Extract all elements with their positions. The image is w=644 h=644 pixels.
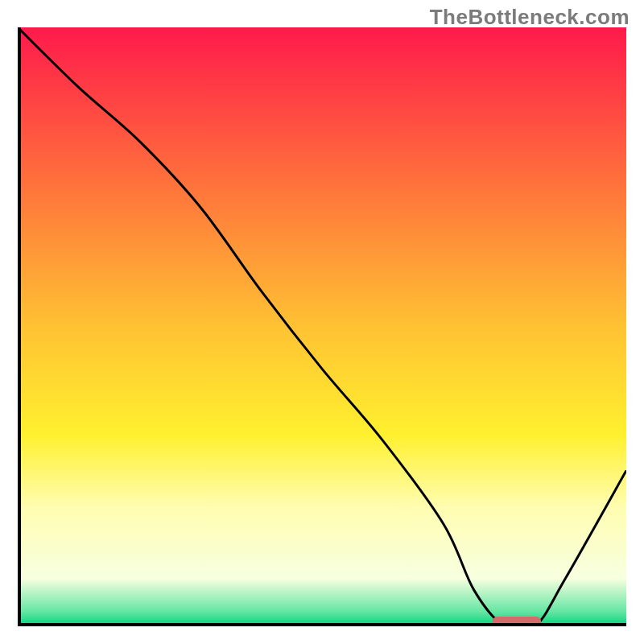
watermark-text: TheBottleneck.com xyxy=(430,5,630,30)
chart-container: TheBottleneck.com xyxy=(0,0,644,644)
axes-frame xyxy=(18,27,626,626)
